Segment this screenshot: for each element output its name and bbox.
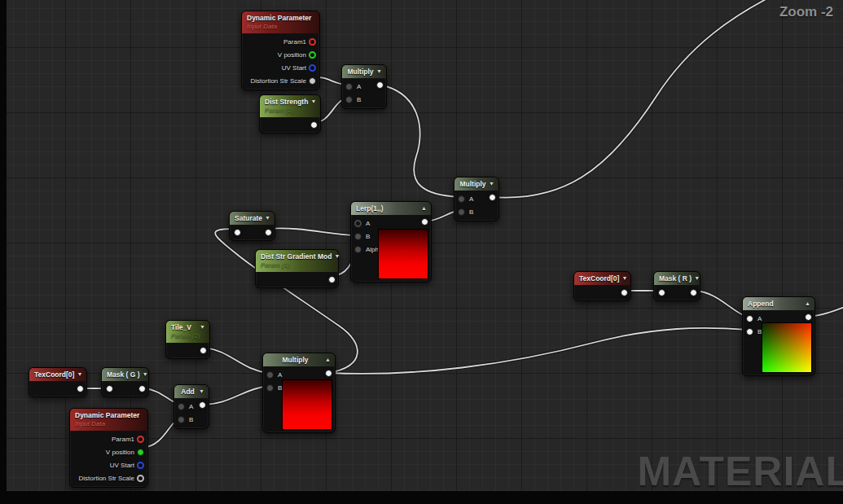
collapse-arrow-icon[interactable]: ▼: [621, 275, 627, 281]
collapse-arrow-icon[interactable]: ▼: [143, 371, 148, 377]
node-title: Multiply: [347, 68, 374, 76]
pin-input-a[interactable]: [345, 83, 353, 90]
wire-shadow: [695, 291, 747, 317]
pin-label: B: [366, 233, 370, 240]
pin-output[interactable]: [805, 313, 812, 321]
expand-arrow-icon[interactable]: ▲: [805, 300, 810, 306]
pin-output[interactable]: [199, 401, 206, 409]
node-title: TexCoord[0]: [579, 274, 619, 283]
node-append[interactable]: Append▲AB: [742, 296, 815, 376]
pin-input-b[interactable]: [345, 96, 353, 103]
pin-input-a[interactable]: [746, 315, 753, 322]
wire-shadow: [380, 85, 461, 197]
collapse-arrow-icon[interactable]: ▼: [77, 371, 82, 377]
collapse-arrow-icon[interactable]: ▼: [265, 215, 270, 221]
pin-output[interactable]: [265, 229, 272, 236]
collapse-arrow-icon[interactable]: ▼: [694, 275, 700, 281]
pin-input[interactable]: [234, 229, 241, 236]
pin-output[interactable]: [200, 347, 207, 354]
collapse-arrow-icon[interactable]: ▼: [489, 181, 494, 186]
pin-input-b[interactable]: [266, 384, 274, 392]
pin-label: Distortion Str Scale: [251, 77, 306, 85]
node-subtitle: Input Data: [247, 23, 315, 32]
pin-input-b[interactable]: [354, 233, 362, 240]
pin-input-alpha[interactable]: [354, 246, 362, 253]
node-title: Mask ( G ): [107, 370, 140, 379]
pin-input[interactable]: [658, 289, 665, 296]
pin-distortion-str-scale[interactable]: [309, 77, 316, 85]
wire-multiply-bottom-out-to-append-b: [328, 328, 748, 374]
output-row: Distortion Str Scale: [242, 74, 319, 87]
pin-label: Param1: [112, 436, 134, 443]
pin-input-a[interactable]: [354, 220, 362, 227]
input-row: B: [174, 413, 209, 426]
pin-output[interactable]: [421, 218, 428, 226]
pin-label: A: [366, 220, 370, 227]
node-texcoord-upper[interactable]: TexCoord[0]▼: [573, 271, 631, 301]
node-texcoord-lower[interactable]: TexCoord[0]▼: [29, 367, 87, 397]
node-mask-g[interactable]: Mask ( G )▼: [101, 367, 149, 397]
pin-uv-start[interactable]: [137, 462, 144, 469]
node-dist-str-gradient-mod[interactable]: Dist Str Gradient Mod▼Param (1): [255, 249, 339, 288]
pin-output[interactable]: [77, 385, 84, 392]
pin-input[interactable]: [106, 385, 113, 392]
node-multiply-top[interactable]: Multiply▼AB: [341, 64, 387, 109]
preview-red-gradient: [282, 379, 332, 430]
node-saturate[interactable]: Saturate▼: [229, 211, 275, 241]
pin-distortion-str-scale[interactable]: [137, 475, 144, 482]
pin-output[interactable]: [325, 370, 332, 377]
node-subtitle: Input Data: [75, 420, 143, 429]
node-multiply-bottom[interactable]: Multiply▲AB: [262, 353, 336, 433]
wire-shadow: [492, 0, 774, 198]
node-title: Add: [179, 388, 196, 396]
node-lerp[interactable]: Lerp(1,,)▲ABAlpha: [350, 201, 432, 283]
pin-input-b[interactable]: [458, 208, 465, 216]
pin-label: A: [469, 195, 473, 203]
pin-output[interactable]: [489, 194, 496, 201]
collapse-arrow-icon[interactable]: ▼: [334, 253, 340, 259]
pin-v-position[interactable]: [137, 449, 144, 456]
graph-canvas[interactable]: Dynamic ParameterInput DataParam1V posit…: [0, 0, 843, 504]
node-title: Tile_V: [171, 323, 197, 331]
pin-v-position[interactable]: [309, 51, 316, 59]
node-title: Saturate: [235, 214, 262, 222]
wire-tile-v-out-to-multiply-bottom-a: [204, 348, 268, 373]
node-dynamic-parameter-top[interactable]: Dynamic ParameterInput DataParam1V posit…: [241, 11, 320, 90]
node-dist-strength[interactable]: Dist Strength▼Param (1): [259, 94, 321, 134]
pin-param1[interactable]: [309, 38, 316, 46]
pin-output[interactable]: [376, 81, 384, 89]
pin-input-a[interactable]: [178, 403, 185, 410]
pin-input-b[interactable]: [178, 416, 185, 423]
pin-output[interactable]: [310, 121, 318, 129]
node-header: Multiply▲: [263, 353, 335, 366]
pin-input-a[interactable]: [266, 371, 274, 379]
node-header: Multiply▼: [342, 65, 386, 78]
node-title: Mask ( R ): [659, 274, 692, 283]
node-title: Append: [748, 300, 802, 308]
node-mask-r[interactable]: Mask ( R )▼: [653, 271, 700, 301]
node-header: Dist Str Gradient Mod▼Param (1): [256, 250, 338, 272]
node-dynamic-parameter-bottom[interactable]: Dynamic ParameterInput DataParam1V posit…: [69, 408, 148, 488]
pin-output[interactable]: [621, 289, 628, 296]
pin-output[interactable]: [138, 385, 146, 392]
collapse-arrow-icon[interactable]: ▼: [199, 388, 204, 394]
pin-uv-start[interactable]: [309, 64, 316, 72]
output-row: Distortion Str Scale: [70, 471, 147, 484]
input-row: B: [454, 205, 498, 218]
collapse-arrow-icon[interactable]: ▼: [200, 324, 205, 330]
pin-output[interactable]: [690, 289, 697, 296]
expand-arrow-icon[interactable]: ▲: [421, 205, 427, 211]
collapse-arrow-icon[interactable]: ▼: [376, 68, 382, 74]
expand-arrow-icon[interactable]: ▲: [325, 357, 331, 362]
node-header: Mask ( G )▼: [102, 368, 148, 381]
pin-input-b[interactable]: [746, 328, 753, 335]
pin-param1[interactable]: [137, 436, 144, 443]
node-tile-v[interactable]: Tile_V▼Param (2): [165, 320, 210, 359]
collapse-arrow-icon[interactable]: ▼: [310, 99, 316, 104]
pin-input-a[interactable]: [458, 195, 465, 203]
node-add[interactable]: Add▼AB: [173, 384, 209, 429]
node-multiply-mid[interactable]: Multiply▼AB: [454, 177, 499, 221]
pin-output[interactable]: [328, 276, 336, 283]
output-row: UV Start: [242, 61, 319, 74]
node-subtitle: Param (2): [171, 332, 205, 341]
